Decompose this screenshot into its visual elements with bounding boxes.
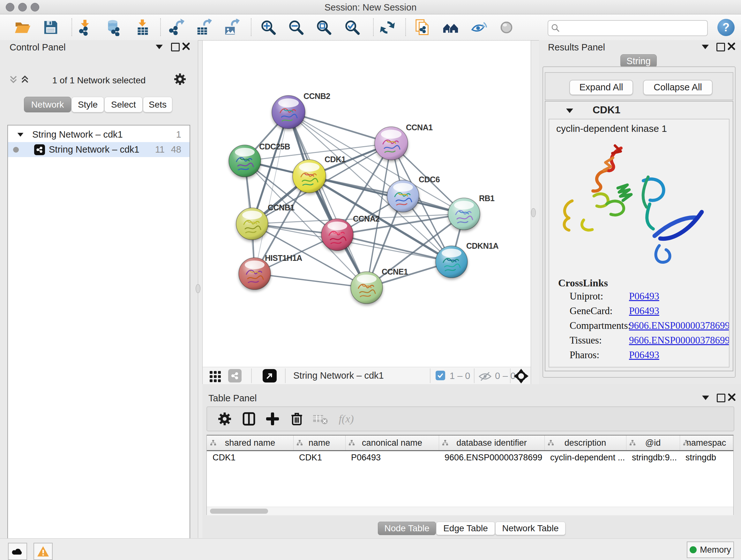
search-field[interactable] <box>548 20 708 36</box>
left-splitter-handle[interactable] <box>196 284 200 293</box>
panel-float-icon[interactable] <box>171 43 180 51</box>
panel-float-icon[interactable] <box>717 394 725 402</box>
export-network-button[interactable] <box>167 18 185 37</box>
export-table-button[interactable] <box>194 18 213 37</box>
expand-all-button[interactable]: Expand All <box>569 80 633 95</box>
refresh-icon <box>379 19 396 36</box>
zoom-selected-button[interactable] <box>343 18 361 37</box>
crosslink-link[interactable]: P06493 <box>629 291 659 302</box>
column-header-name[interactable]: name <box>293 435 346 450</box>
refresh-button[interactable] <box>378 18 397 37</box>
table-cell[interactable]: P06493 <box>351 451 437 464</box>
hidden-eye-icon[interactable] <box>478 371 492 381</box>
network-options-gear-icon[interactable] <box>174 73 186 85</box>
collection-count: 1 <box>176 129 181 140</box>
table-cell[interactable]: cyclin-dependent ... <box>550 451 625 464</box>
panel-close-icon[interactable] <box>727 42 736 51</box>
trash-icon <box>291 412 303 426</box>
tab-network[interactable]: Network <box>24 97 71 112</box>
plus-icon <box>266 413 279 425</box>
tab-edge-table[interactable]: Edge Table <box>436 522 495 535</box>
detach-view-button[interactable] <box>263 369 277 382</box>
delete-columns-button[interactable] <box>289 411 305 427</box>
collapse-all-button[interactable]: Collapse All <box>643 80 713 95</box>
table-panel: Table Panel <box>202 384 741 538</box>
grid-view-icon[interactable] <box>209 370 222 382</box>
table-cell[interactable]: CDK1 <box>299 451 344 464</box>
tab-sets[interactable]: Sets <box>143 97 172 112</box>
expand-all-chevron-icon[interactable] <box>20 75 29 84</box>
import-network-button[interactable] <box>77 18 95 37</box>
show-graphics-button[interactable] <box>497 18 516 37</box>
export-image-button[interactable] <box>222 18 241 37</box>
scrollbar-thumb[interactable] <box>210 509 268 514</box>
collapse-all-chevron-icon[interactable] <box>9 75 18 84</box>
column-header-namespac[interactable]: namespac <box>680 435 733 450</box>
tab-network-table[interactable]: Network Table <box>495 522 565 535</box>
clone-network-button[interactable] <box>413 18 432 37</box>
cloud-button[interactable] <box>8 543 27 560</box>
import-table-button[interactable] <box>133 18 152 37</box>
column-header-shared-name[interactable]: shared name <box>207 435 293 450</box>
crosslink-link[interactable]: P06493 <box>629 349 659 361</box>
home-button[interactable] <box>441 18 460 37</box>
panel-close-icon[interactable] <box>182 42 190 51</box>
network-list: String Network – cdk1 1 String Network –… <box>7 125 190 560</box>
panel-collapse-icon[interactable] <box>156 45 163 49</box>
column-header-description[interactable]: description <box>544 435 626 450</box>
zoom-fit-button[interactable] <box>315 18 333 37</box>
network-status-dot <box>13 147 19 152</box>
table-options-button[interactable] <box>217 411 232 427</box>
selected-checkbox[interactable] <box>435 371 445 380</box>
tab-select[interactable]: Select <box>105 97 143 112</box>
zoom-out-button[interactable] <box>287 18 306 37</box>
crosslink-link[interactable]: P06493 <box>629 305 659 317</box>
column-type-icon <box>683 440 689 446</box>
table-panel-title: Table Panel <box>208 393 257 403</box>
import-network-from-database-button[interactable] <box>105 18 123 37</box>
columns-icon <box>242 412 256 426</box>
help-button[interactable]: ? <box>718 19 735 36</box>
nav-separator <box>430 368 430 383</box>
column-header-canonical-name[interactable]: canonical name <box>345 435 439 450</box>
crosslink-row: Uniprot: P06493 <box>549 291 729 305</box>
tab-string[interactable]: String <box>620 54 657 68</box>
network-graph[interactable]: CCNB2CCNA1CDC25BCDK1CDC6RB1CCNB1CCNA2CDK… <box>203 41 531 367</box>
title-bar: Session: New Session <box>0 0 741 14</box>
save-session-button[interactable] <box>42 18 60 37</box>
table-cell[interactable]: stringdb:9... <box>632 451 678 464</box>
show-columns-button[interactable] <box>241 411 257 427</box>
warnings-button[interactable] <box>33 543 53 560</box>
network-collection-row[interactable]: String Network – cdk1 1 <box>8 127 190 142</box>
table-cell[interactable]: 9606.ENSP00000378699 <box>445 451 543 464</box>
hide-unhide-button[interactable] <box>469 18 488 37</box>
tab-node-table[interactable]: Node Table <box>378 522 436 535</box>
zoom-in-button[interactable] <box>259 18 278 37</box>
tree-expand-icon[interactable] <box>17 133 23 137</box>
panel-float-icon[interactable] <box>717 43 725 51</box>
horizontal-scrollbar[interactable] <box>207 507 733 515</box>
tab-style[interactable]: Style <box>71 97 104 112</box>
svg-text:CCNB2: CCNB2 <box>304 91 330 101</box>
crosslink-link[interactable]: 9606.ENSP00000378699 <box>629 334 730 346</box>
right-splitter-handle[interactable] <box>531 208 536 217</box>
column-type-icon <box>348 440 355 446</box>
column-header-database-identifier[interactable]: database identifier <box>439 435 545 450</box>
node-table: shared namenamecanonical namedatabase id… <box>206 435 734 515</box>
string-view-icon[interactable] <box>228 369 242 382</box>
table-cell[interactable]: stringdb <box>685 451 731 464</box>
panel-collapse-icon[interactable] <box>702 45 709 49</box>
column-header--id[interactable]: @id <box>626 435 680 450</box>
memory-button[interactable]: Memory <box>687 542 734 558</box>
search-input[interactable] <box>563 23 707 34</box>
panel-close-icon[interactable] <box>728 393 736 401</box>
network-row-selected[interactable]: String Network – cdk1 11 48 <box>8 142 190 157</box>
svg-text:CCNA1: CCNA1 <box>406 123 433 132</box>
panel-collapse-icon[interactable] <box>702 395 709 400</box>
gene-collapse-icon[interactable] <box>566 109 573 113</box>
crosslink-link[interactable]: 9606.ENSP00000378699 <box>629 320 730 331</box>
open-session-button[interactable] <box>13 18 32 37</box>
create-column-button[interactable] <box>265 411 280 427</box>
table-cell[interactable]: CDK1 <box>212 451 292 464</box>
birds-eye-crosshair-icon[interactable] <box>514 369 529 383</box>
